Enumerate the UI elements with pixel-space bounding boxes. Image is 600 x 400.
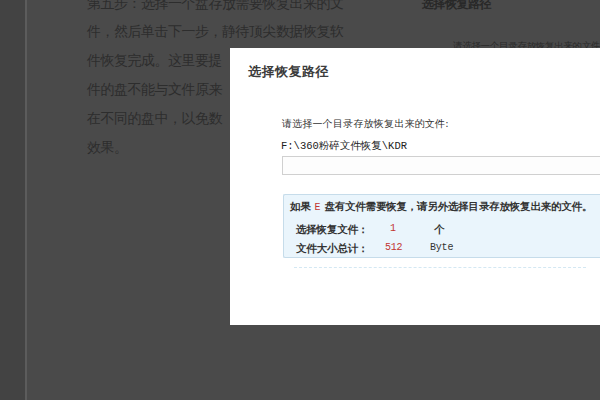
- drive-notice: 如果E盘有文件需要恢复，请另外选择目录存放恢复出来的文件。: [290, 200, 592, 212]
- total-size-unit: Byte: [430, 242, 453, 253]
- selected-files-label: 选择恢复文件：: [296, 223, 368, 237]
- total-size-label: 文件大小总计：: [296, 242, 368, 256]
- screen: 第五步：选择一个盘存放需要恢复出来的文 件，然后单击下一步，静待顶尖数据恢复软 …: [0, 0, 600, 400]
- notice-prefix: 如果: [290, 200, 311, 212]
- doc-text-line: 件恢复完成。这里要提: [87, 52, 222, 68]
- page-left-gutter: [0, 0, 25, 400]
- drive-letter-value: E: [311, 202, 325, 213]
- selected-files-count: 1: [390, 223, 396, 234]
- total-size-value: 512: [385, 242, 402, 253]
- dashed-separator: [294, 267, 586, 268]
- doc-text-line: 效果。: [87, 139, 128, 155]
- path-value-text: F:\360粉碎文件恢复\KDR: [281, 139, 407, 153]
- doc-text-line: 在不同的盘中，以免数: [87, 110, 222, 126]
- selected-files-unit: 个: [434, 223, 444, 237]
- doc-text-line: 件的盘不能与文件原来: [87, 81, 222, 97]
- dialog-title: 选择恢复路径: [248, 63, 329, 81]
- recovery-info-panel: 如果E盘有文件需要恢复，请另外选择目录存放恢复出来的文件。 选择恢复文件： 1 …: [283, 194, 600, 258]
- dimmed-screenshot-title: 选择恢复路径: [422, 0, 491, 13]
- recovery-path-input[interactable]: [282, 156, 600, 175]
- notice-suffix: 盘有文件需要恢复，请另外选择目录存放恢复出来的文件。: [324, 200, 592, 212]
- page-left-divider: [25, 0, 27, 400]
- doc-text-line: 件，然后单击下一步，静待顶尖数据恢复软: [87, 23, 344, 39]
- doc-text-line: 第五步：选择一个盘存放需要恢复出来的文: [87, 0, 344, 11]
- path-label: 请选择一个目录存放恢复出来的文件:: [282, 117, 449, 131]
- recovery-path-dialog: 选择恢复路径 请选择一个目录存放恢复出来的文件: F:\360粉碎文件恢复\KD…: [230, 48, 600, 325]
